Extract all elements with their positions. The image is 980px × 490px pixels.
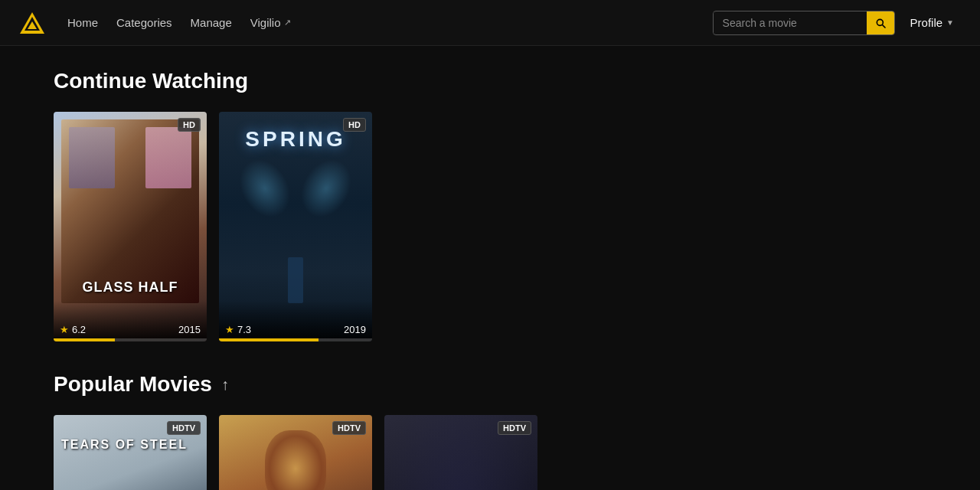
creature-quality-badge: HDTV [332, 421, 366, 435]
nav-manage[interactable]: Manage [191, 16, 232, 29]
spring-rating: ★ 7.3 [225, 324, 251, 335]
glass-half-progress-fill [54, 338, 115, 341]
star-icon: ★ [225, 324, 234, 335]
arrow-up-icon: ↑ [221, 376, 229, 394]
popular-movies-row: TEARS OF STEEL HDTV HDTV HDTV [54, 415, 926, 490]
movie-card-spring[interactable]: SPRING HD ★ 7.3 2019 [219, 112, 372, 341]
movie-card-tears-of-steel[interactable]: TEARS OF STEEL HDTV [54, 415, 207, 490]
search-container [713, 11, 895, 35]
star-icon: ★ [60, 324, 69, 335]
glass-half-info-bar: ★ 6.2 2015 [54, 301, 207, 341]
glass-half-year: 2015 [178, 324, 201, 335]
profile-button[interactable]: Profile ▼ [903, 11, 962, 34]
search-input[interactable] [714, 12, 867, 34]
glass-half-progress-container [54, 338, 207, 341]
chevron-down-icon: ▼ [946, 18, 954, 27]
search-icon [874, 17, 887, 29]
nav-home[interactable]: Home [67, 16, 98, 29]
glass-half-title: GLASS HALF [54, 279, 207, 296]
popular-movies-title: Popular Movies [54, 372, 212, 397]
movie-card-dark[interactable]: HDTV [384, 415, 537, 490]
movie-card-glass-half[interactable]: GLASS HALF HD ★ 6.2 2015 [54, 112, 207, 341]
logo[interactable] [18, 9, 46, 37]
nav-right: Profile ▼ [713, 11, 962, 35]
tears-of-steel-quality-badge: HDTV [167, 421, 201, 435]
glass-half-rating: ★ 6.2 [60, 324, 86, 335]
spring-progress-fill [219, 338, 318, 341]
glass-half-quality-badge: HD [178, 118, 201, 132]
external-link-icon: ↗ [284, 18, 291, 28]
navbar: Home Categories Manage Vigilio ↗ Profile… [0, 0, 980, 46]
continue-watching-heading: Continue Watching [54, 69, 926, 93]
dark-quality-badge: HDTV [498, 421, 531, 435]
spring-progress-container [219, 338, 372, 341]
popular-movies-heading: Popular Movies ↑ [54, 372, 926, 397]
spring-info-bar: ★ 7.3 2019 [219, 301, 372, 341]
main-content: Continue Watching GLASS HALF HD ★ 6.2 20… [0, 46, 980, 490]
continue-watching-row: GLASS HALF HD ★ 6.2 2015 SPRING [54, 112, 926, 341]
spring-quality-badge: HD [343, 118, 366, 132]
search-button[interactable] [867, 11, 894, 34]
nav-links: Home Categories Manage Vigilio ↗ [67, 16, 713, 29]
movie-card-creature[interactable]: HDTV [219, 415, 372, 490]
spring-year: 2019 [344, 324, 366, 335]
nav-vigilio[interactable]: Vigilio ↗ [250, 16, 291, 29]
tears-of-steel-title-text: TEARS OF STEEL [61, 438, 199, 452]
nav-categories[interactable]: Categories [116, 16, 172, 29]
